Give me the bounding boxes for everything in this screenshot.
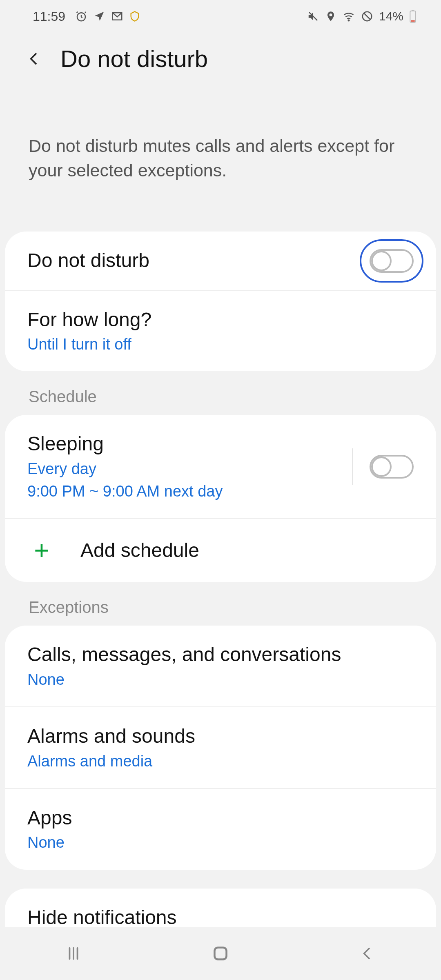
- status-right: 14%: [307, 9, 416, 23]
- apps-title: Apps: [27, 805, 414, 831]
- schedule-section-label: Schedule: [0, 371, 441, 415]
- calls-title: Calls, messages, and conversations: [27, 642, 414, 667]
- exceptions-card: Calls, messages, and conversations None …: [5, 626, 436, 869]
- nav-back-button[interactable]: [351, 941, 384, 966]
- svg-rect-7: [214, 947, 226, 959]
- battery-icon: [409, 10, 416, 23]
- app-icon: [129, 11, 140, 22]
- page-title: Do not disturb: [60, 45, 208, 72]
- spacer: [0, 870, 441, 889]
- duration-row[interactable]: For how long? Until I turn it off: [5, 290, 436, 372]
- add-schedule-label: Add schedule: [80, 538, 199, 563]
- location-icon: [325, 10, 336, 22]
- svg-rect-5: [412, 10, 414, 11]
- sleeping-row[interactable]: Sleeping Every day 9:00 PM ~ 9:00 AM nex…: [5, 415, 436, 518]
- recents-button[interactable]: [57, 941, 90, 966]
- add-schedule-row[interactable]: + Add schedule: [5, 518, 436, 582]
- status-time: 11:59: [33, 9, 65, 24]
- gmail-icon: [111, 10, 123, 22]
- plus-icon: +: [27, 535, 56, 566]
- separator: [352, 448, 353, 485]
- dnd-row[interactable]: Do not disturb: [5, 232, 436, 290]
- exceptions-section-label: Exceptions: [0, 582, 441, 626]
- home-button[interactable]: [204, 941, 237, 966]
- sleeping-toggle[interactable]: [370, 455, 414, 479]
- dnd-label: Do not disturb: [27, 248, 370, 273]
- sleeping-repeat: Every day: [27, 459, 348, 479]
- status-left: 11:59: [33, 9, 140, 24]
- calls-value: None: [27, 669, 414, 690]
- alarm-icon: [75, 10, 87, 22]
- battery-percent: 14%: [379, 9, 403, 23]
- status-bar: 11:59 14%: [0, 0, 441, 33]
- alarms-row[interactable]: Alarms and sounds Alarms and media: [5, 706, 436, 788]
- sleeping-title: Sleeping: [27, 431, 348, 457]
- back-button[interactable]: [24, 49, 44, 69]
- send-icon: [93, 10, 105, 22]
- duration-value: Until I turn it off: [27, 334, 414, 355]
- sleeping-time: 9:00 PM ~ 9:00 AM next day: [27, 481, 348, 502]
- svg-rect-6: [411, 20, 414, 22]
- alarms-value: Alarms and media: [27, 751, 414, 772]
- calls-row[interactable]: Calls, messages, and conversations None: [5, 626, 436, 706]
- svg-point-2: [348, 20, 350, 21]
- schedule-card: Sleeping Every day 9:00 PM ~ 9:00 AM nex…: [5, 415, 436, 582]
- alarms-title: Alarms and sounds: [27, 724, 414, 749]
- duration-title: For how long?: [27, 307, 414, 332]
- hide-title: Hide notifications: [27, 905, 414, 930]
- mute-icon: [307, 10, 319, 22]
- navigation-bar: [0, 927, 441, 980]
- page-description: Do not disturb mutes calls and alerts ex…: [0, 76, 441, 232]
- wifi-icon: [342, 10, 355, 22]
- apps-row[interactable]: Apps None: [5, 788, 436, 870]
- no-data-icon: [361, 10, 373, 22]
- dnd-toggle[interactable]: [370, 249, 414, 273]
- apps-value: None: [27, 832, 414, 853]
- page-header: Do not disturb: [0, 33, 441, 76]
- dnd-card: Do not disturb For how long? Until I tur…: [5, 232, 436, 371]
